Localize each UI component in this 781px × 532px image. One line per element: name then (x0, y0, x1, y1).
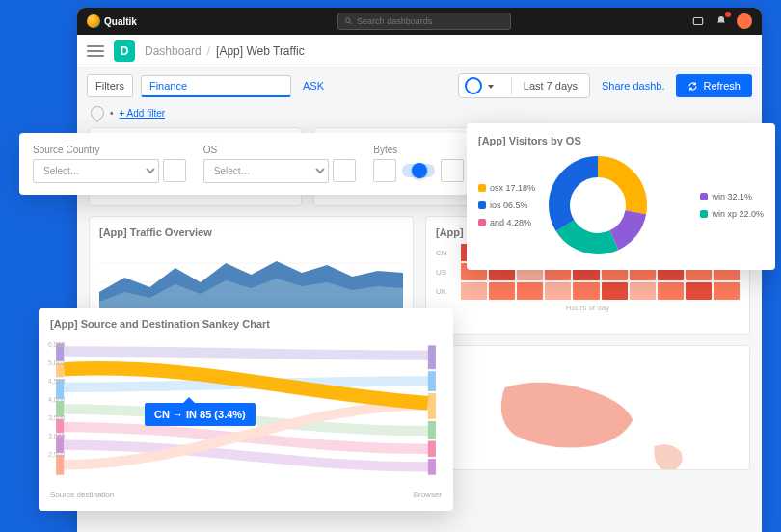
legend-item: ios 06.5% (478, 200, 535, 210)
legend-swatch (700, 210, 708, 218)
app-badge[interactable]: D (114, 40, 135, 62)
y-tick: 4,000 (48, 396, 66, 403)
svg-rect-2 (693, 18, 702, 25)
legend-text: win xp 22.0% (712, 209, 764, 219)
legend-swatch (478, 184, 486, 192)
sankey-x-axis: Source destination Browser (50, 491, 442, 499)
menu-toggle[interactable] (87, 45, 104, 57)
y-tick: 6,000 (48, 341, 66, 348)
heat-cell (602, 282, 628, 300)
donut-chart (545, 152, 651, 258)
add-filter-link[interactable]: + Add filter (120, 108, 166, 119)
refresh-icon (687, 81, 698, 92)
user-avatar[interactable] (737, 13, 752, 29)
sankey-x-left: Source destination (50, 491, 114, 499)
inbox-icon[interactable] (690, 13, 706, 29)
clock-icon (465, 77, 482, 94)
brand: Qualtik (87, 14, 137, 28)
heat-cell (489, 282, 515, 300)
search-icon (344, 16, 353, 26)
filter-country-extra[interactable] (163, 159, 186, 182)
filter-bytes-extra[interactable] (373, 159, 396, 182)
legend-text: win 32.1% (712, 192, 752, 201)
legend-swatch (478, 201, 486, 209)
y-tick: 5,000 (48, 359, 66, 366)
svg-rect-21 (56, 455, 64, 475)
titlebar: Qualtik (77, 8, 762, 35)
filter-os: OS Select… (203, 145, 357, 183)
brand-name: Qualtik (104, 16, 137, 27)
legend-item: win 32.1% (700, 192, 764, 201)
global-search[interactable] (337, 13, 511, 30)
sankey-title: [App] Source and Destination Sankey Char… (50, 318, 442, 330)
svg-rect-27 (428, 459, 436, 475)
droplet-icon (88, 103, 107, 122)
filter-os-label: OS (203, 145, 357, 155)
y-tick: 3,500 (48, 414, 66, 421)
y-tick: 4,500 (48, 378, 66, 385)
heat-footer: Hours of day (436, 304, 740, 312)
heat-row-label: US (436, 263, 459, 280)
heat-row-label: CN (436, 244, 459, 261)
filter-bytes-extra-2[interactable] (441, 159, 464, 182)
breadcrumb-sep: / (207, 44, 210, 58)
sankey-tooltip: CN → IN 85 (3.4%) (145, 403, 256, 426)
filterbar: Filters ASK Last 7 days Share dashb. Ref… (77, 67, 762, 104)
svg-rect-26 (428, 441, 436, 458)
refresh-button[interactable]: Refresh (676, 74, 752, 97)
filter-os-extra[interactable] (333, 159, 356, 182)
refresh-label: Refresh (703, 80, 741, 92)
donut-legend-left: osx 17.18%ios 06.5%and 4.28% (478, 183, 535, 227)
heat-cell (630, 282, 656, 300)
filter-os-select[interactable]: Select… (203, 159, 330, 183)
filters-label[interactable]: Filters (87, 74, 133, 97)
legend-swatch (478, 219, 486, 226)
legend-item: and 4.28% (478, 218, 535, 227)
svg-rect-23 (428, 371, 436, 391)
legend-text: and 4.28% (490, 218, 531, 227)
sankey-x-right: Browser (414, 491, 442, 499)
titlebar-actions (690, 13, 752, 29)
notification-badge (725, 12, 731, 17)
breadcrumb-root[interactable]: Dashboard (145, 44, 202, 58)
legend-item: win xp 22.0% (700, 209, 764, 219)
heat-cell (686, 282, 712, 300)
sankey-y-labels: 6,0005,0004,5004,0003,5003,0002,500 (48, 341, 66, 458)
svg-point-0 (345, 18, 350, 23)
filter-country: Source Country Select… (33, 145, 186, 183)
ask-link[interactable]: ASK (299, 80, 328, 92)
heat-cell (517, 282, 543, 300)
svg-rect-22 (428, 345, 436, 369)
heat-cell (658, 282, 684, 300)
breadcrumb: Dashboard / [App] Web Traffic (145, 44, 305, 58)
heat-row-label: UK (436, 282, 459, 300)
topbar: D Dashboard / [App] Web Traffic (77, 35, 762, 67)
breadcrumb-current: [App] Web Traffic (216, 44, 305, 58)
svg-line-1 (350, 22, 352, 24)
svg-rect-24 (428, 393, 436, 419)
area-title: [App] Traffic Overview (99, 226, 403, 238)
legend-swatch (700, 193, 708, 200)
y-tick: 2,500 (48, 451, 66, 458)
filter-panel: Source Country Select… OS Select… Bytes (19, 133, 540, 195)
filter-search-input[interactable] (141, 75, 291, 97)
global-search-input[interactable] (357, 16, 504, 26)
time-range-picker[interactable]: Last 7 days (458, 73, 590, 98)
donut-title: [App] Visitors by OS (478, 135, 764, 146)
y-tick: 3,000 (48, 433, 66, 439)
heat-cell (545, 282, 571, 300)
share-link[interactable]: Share dashb. (598, 80, 668, 92)
brand-logo-icon (87, 14, 100, 28)
add-filter-row: • + Add filter (77, 104, 762, 121)
notifications-icon[interactable] (714, 13, 729, 29)
heat-cell (714, 282, 740, 300)
heat-cell (573, 282, 599, 300)
filter-country-select[interactable]: Select… (33, 159, 159, 183)
bytes-toggle[interactable] (402, 164, 435, 177)
svg-rect-25 (428, 421, 436, 439)
donut-card: [App] Visitors by OS osx 17.18%ios 06.5%… (467, 123, 775, 270)
legend-item: osx 17.18% (478, 183, 535, 193)
donut-legend-right: win 32.1%win xp 22.0% (700, 192, 764, 219)
legend-text: osx 17.18% (490, 183, 535, 193)
legend-text: ios 06.5% (490, 200, 528, 210)
